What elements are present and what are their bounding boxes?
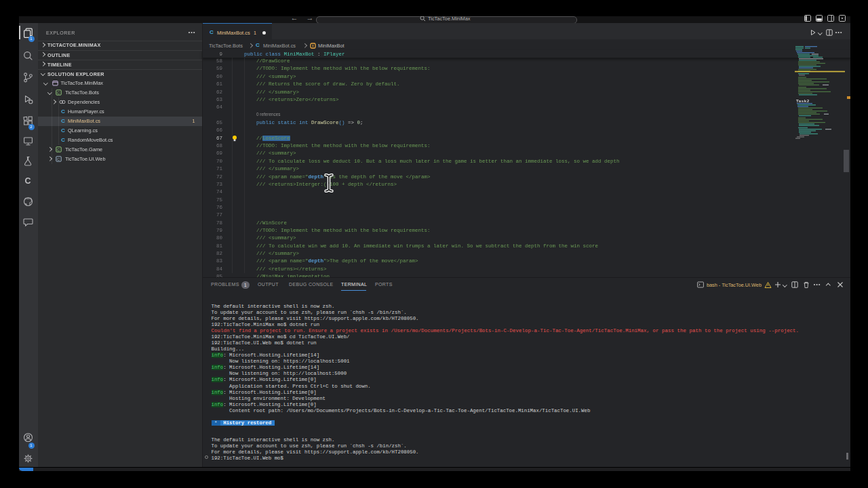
- svg-text:C: C: [57, 91, 60, 95]
- svg-text:C: C: [57, 157, 60, 161]
- svg-text:Task2: Task2: [796, 98, 810, 103]
- svg-text:C: C: [57, 148, 60, 152]
